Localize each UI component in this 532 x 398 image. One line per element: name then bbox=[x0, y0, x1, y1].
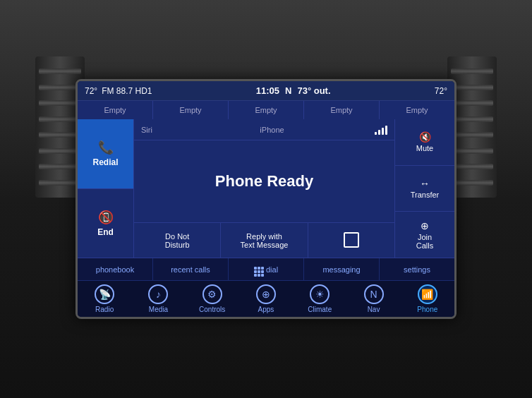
car-surround: 72° FM 88.7 HD1 11:05 N 73° out. 72° Emp… bbox=[0, 0, 532, 398]
siri-status-area: Phone Ready bbox=[134, 140, 394, 222]
nav-nav[interactable]: N Nav bbox=[346, 281, 400, 317]
join-calls-label: Join Calls bbox=[416, 233, 433, 250]
temp-left: 72° bbox=[85, 86, 97, 96]
blank-center-button[interactable] bbox=[308, 223, 394, 258]
radio-label: Radio bbox=[95, 306, 114, 313]
end-button[interactable]: 📵 End bbox=[78, 189, 133, 258]
right-column: 🔇 Mute ↔ Transfer ⊕ Join Calls bbox=[394, 119, 454, 258]
dial-grid-icon bbox=[254, 263, 264, 277]
status-left: 72° FM 88.7 HD1 bbox=[85, 86, 152, 96]
screen: 72° FM 88.7 HD1 11:05 N 73° out. 72° Emp… bbox=[78, 81, 454, 317]
nav-icon: N bbox=[364, 284, 384, 304]
nav-bar: 📡 Radio ♪ Media ⚙ Controls ⊕ Apps ☀ C bbox=[78, 280, 454, 317]
bar-2 bbox=[378, 130, 380, 135]
transfer-icon: ↔ bbox=[420, 178, 430, 189]
status-right: 72° bbox=[435, 86, 447, 96]
nav-apps[interactable]: ⊕ Apps bbox=[239, 281, 293, 317]
bar-3 bbox=[382, 128, 384, 135]
mute-label: Mute bbox=[416, 144, 433, 152]
phone-nav-icon: 📶 bbox=[418, 284, 437, 304]
controls-label: Controls bbox=[199, 306, 225, 313]
nav-phone[interactable]: 📶 Phone bbox=[401, 281, 454, 317]
transfer-button[interactable]: ↔ Transfer bbox=[395, 166, 454, 212]
end-icon: 📵 bbox=[98, 210, 114, 225]
bar-1 bbox=[375, 132, 377, 135]
tab-recent-calls[interactable]: recent calls bbox=[153, 258, 229, 280]
status-bar: 72° FM 88.7 HD1 11:05 N 73° out. 72° bbox=[78, 81, 454, 101]
phone-header: Siri iPhone bbox=[134, 119, 394, 140]
main-area: 📞 Redial 📵 End Siri iPhone bbox=[78, 119, 454, 258]
outside-temp: 73° out. bbox=[297, 85, 330, 96]
phone-label: iPhone bbox=[169, 126, 375, 134]
signal-bars bbox=[375, 125, 387, 135]
tab-phonebook[interactable]: phonebook bbox=[78, 258, 153, 280]
apps-icon: ⊕ bbox=[256, 284, 276, 304]
media-icon: ♪ bbox=[148, 284, 168, 304]
tab-dial[interactable]: dial bbox=[229, 258, 304, 280]
quick-btn-1[interactable]: Empty bbox=[78, 101, 153, 119]
clock: 11:05 bbox=[256, 85, 279, 96]
nav-radio[interactable]: 📡 Radio bbox=[78, 281, 131, 317]
do-not-disturb-button[interactable]: Do Not Disturb bbox=[134, 223, 221, 258]
phone-icon: 📞 bbox=[98, 140, 114, 155]
climate-label: Climate bbox=[308, 306, 332, 313]
center-column: Siri iPhone Phone Ready bbox=[134, 119, 394, 258]
do-not-disturb-label: Do Not Disturb bbox=[165, 232, 190, 249]
quick-btn-2[interactable]: Empty bbox=[153, 101, 229, 119]
radio-icon: 📡 bbox=[95, 284, 114, 304]
tab-bar: phonebook recent calls dial messaging se… bbox=[78, 258, 454, 280]
center-bottom-buttons: Do Not Disturb Reply with Text Message bbox=[134, 222, 394, 258]
mute-button[interactable]: 🔇 Mute bbox=[395, 119, 454, 166]
tab-messaging[interactable]: messaging bbox=[304, 258, 380, 280]
phone-nav-label: Phone bbox=[417, 306, 437, 313]
tab-settings[interactable]: settings bbox=[380, 258, 454, 280]
text-square-icon bbox=[344, 232, 359, 248]
reply-text-message-button[interactable]: Reply with Text Message bbox=[221, 223, 308, 258]
bar-4 bbox=[385, 126, 387, 135]
reply-text-label: Reply with Text Message bbox=[241, 232, 289, 249]
nav-controls[interactable]: ⚙ Controls bbox=[186, 281, 239, 317]
screen-bezel: 72° FM 88.7 HD1 11:05 N 73° out. 72° Emp… bbox=[75, 79, 457, 319]
end-label: End bbox=[97, 227, 114, 237]
phone-ready-text: Phone Ready bbox=[215, 172, 313, 191]
quick-row: Empty Empty Empty Empty Empty bbox=[78, 101, 454, 119]
mute-icon: 🔇 bbox=[419, 131, 431, 143]
join-calls-button[interactable]: ⊕ Join Calls bbox=[395, 212, 454, 258]
dial-label: dial bbox=[266, 265, 278, 274]
nav-climate[interactable]: ☀ Climate bbox=[293, 281, 346, 317]
quick-btn-3[interactable]: Empty bbox=[229, 101, 304, 119]
climate-icon: ☀ bbox=[310, 284, 330, 304]
status-center: 11:05 N 73° out. bbox=[256, 85, 331, 96]
apps-label: Apps bbox=[258, 306, 274, 313]
controls-icon: ⚙ bbox=[202, 284, 222, 304]
quick-btn-4[interactable]: Empty bbox=[304, 101, 380, 119]
radio-station: FM 88.7 HD1 bbox=[102, 86, 152, 96]
left-column: 📞 Redial 📵 End bbox=[78, 119, 134, 258]
transfer-label: Transfer bbox=[411, 191, 440, 199]
nav-media[interactable]: ♪ Media bbox=[131, 281, 185, 317]
media-label: Media bbox=[149, 306, 168, 313]
direction: N bbox=[285, 85, 291, 96]
redial-button[interactable]: 📞 Redial bbox=[78, 119, 133, 189]
join-calls-icon: ⊕ bbox=[421, 220, 429, 231]
nav-label: Nav bbox=[368, 306, 380, 313]
temp-right: 72° bbox=[435, 86, 447, 96]
redial-label: Redial bbox=[92, 157, 118, 167]
siri-label: Siri bbox=[141, 126, 169, 134]
quick-btn-5[interactable]: Empty bbox=[380, 101, 454, 119]
